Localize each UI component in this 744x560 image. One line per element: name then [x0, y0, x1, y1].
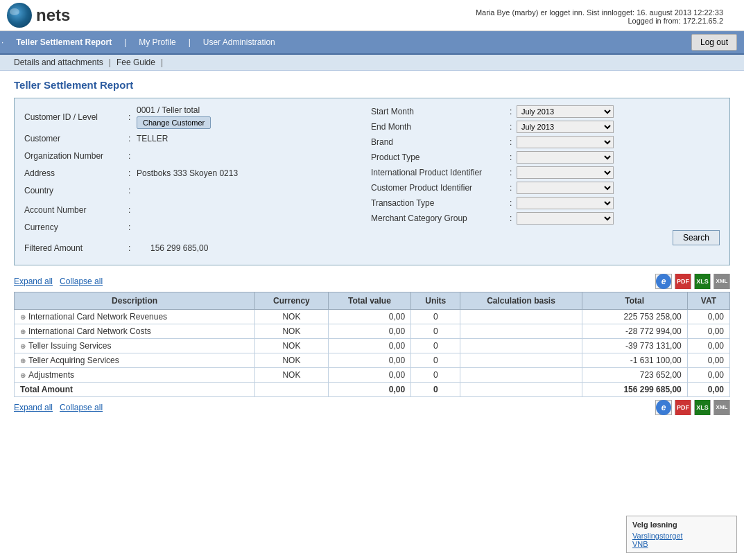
product-type-select[interactable]	[517, 151, 614, 164]
xml-icon-top[interactable]: XML	[713, 274, 730, 289]
xls-icon-top[interactable]: XLS	[694, 274, 711, 289]
customer-product-id-control[interactable]	[517, 182, 720, 194]
brand-select[interactable]	[517, 136, 614, 148]
expand-row-icon[interactable]: ⊕	[20, 328, 26, 335]
table-cell: 0	[411, 353, 460, 368]
ie-icon-top[interactable]: e	[655, 274, 672, 289]
country-row: Country :	[24, 183, 357, 198]
form-right: Start Month : July 2013 August 2013 End …	[371, 105, 720, 258]
intl-product-id-select[interactable]	[517, 166, 614, 179]
intl-product-id-label: International Product Identifier	[371, 168, 510, 177]
xml-icon-bottom[interactable]: XML	[713, 400, 730, 415]
brand-label: Brand	[371, 137, 510, 147]
icon-tools-top: e PDF XLS XML	[655, 274, 730, 289]
logo-bar: nets Maria Bye (marby) er logget inn. Si…	[0, 0, 744, 31]
cell-description: ⊕Teller Issuing Services	[15, 339, 255, 353]
table-cell: 0	[411, 310, 460, 324]
expand-row-icon[interactable]: ⊕	[20, 357, 26, 365]
expand-row-icon[interactable]: ⊕	[20, 371, 26, 379]
cell-description: ⊕Teller Acquiring Services	[15, 353, 255, 368]
table-cell: NOK	[255, 310, 329, 324]
intl-product-id-control[interactable]	[517, 166, 720, 179]
table-cell	[460, 310, 582, 324]
currency-left-label: Currency	[24, 222, 128, 232]
org-number-label: Organization Number	[24, 151, 128, 161]
org-number-row: Organization Number :	[24, 148, 357, 164]
pdf-icon-bottom[interactable]: PDF	[675, 400, 691, 415]
filtered-amount-value: 156 299 685,00	[137, 243, 357, 253]
nav-item-user-admin[interactable]: User Administration	[192, 32, 286, 53]
customer-id-value: 0001 / Teller total Change Customer	[137, 105, 357, 129]
transaction-type-row: Transaction Type :	[371, 197, 720, 209]
merchant-category-label: Merchant Category Group	[371, 213, 510, 223]
merchant-category-control[interactable]	[517, 212, 720, 225]
customer-product-id-row: Customer Product Identifier :	[371, 182, 720, 194]
search-row: Search	[371, 227, 720, 245]
expand-row-icon[interactable]: ⊕	[20, 313, 26, 321]
start-month-control[interactable]: July 2013 August 2013	[517, 105, 720, 118]
table-cell: 0,00	[687, 310, 729, 324]
data-table: Description Currency Total value Units C…	[14, 292, 730, 397]
customer-row: Customer : TELLER	[24, 131, 357, 146]
logo-globe-icon	[7, 3, 32, 28]
expand-all-link-bottom[interactable]: Expand all	[14, 403, 53, 412]
search-button[interactable]: Search	[673, 230, 720, 245]
product-type-row: Product Type :	[371, 151, 720, 164]
cell-description: ⊕International Card Network Costs	[15, 324, 255, 339]
expand-all-link[interactable]: Expand all	[14, 277, 53, 286]
start-month-select[interactable]: July 2013 August 2013	[517, 105, 614, 118]
table-cell: NOK	[255, 339, 329, 353]
table-cell: 0,00	[687, 339, 729, 353]
filtered-amount-row: Filtered Amount : 156 299 685,00	[24, 240, 357, 256]
xls-icon-bottom[interactable]: XLS	[694, 400, 711, 415]
main-content: Customer ID / Level : 0001 / Teller tota…	[0, 95, 744, 425]
table-cell: NOK	[255, 353, 329, 368]
nav-sep-1: |	[123, 32, 128, 53]
end-month-row: End Month : July 2013 August 2013	[371, 121, 720, 133]
nav-dot: ·	[0, 32, 5, 53]
table-cell: 0	[411, 324, 460, 339]
customer-product-id-select[interactable]	[517, 182, 614, 194]
customer-label: Customer	[24, 134, 128, 143]
nav-item-my-profile[interactable]: My Profile	[128, 32, 187, 53]
subnav-details[interactable]: Details and attachments	[14, 58, 103, 67]
table-cell: 0,00	[687, 383, 729, 397]
address-label: Address	[24, 168, 128, 178]
transaction-type-select[interactable]	[517, 197, 614, 209]
brand-control[interactable]	[517, 136, 720, 148]
ie-icon-bottom[interactable]: e	[655, 400, 672, 415]
pdf-icon-top[interactable]: PDF	[675, 274, 691, 289]
col-header-description: Description	[15, 292, 255, 310]
subnav-sep-1: |	[109, 58, 111, 67]
merchant-category-select[interactable]	[517, 212, 614, 225]
nav-item-teller-settlement[interactable]: Teller Settlement Report	[5, 32, 123, 53]
table-cell: 0,00	[328, 353, 410, 368]
end-month-control[interactable]: July 2013 August 2013	[517, 121, 720, 133]
subnav-sep-2: |	[161, 58, 163, 67]
customer-product-id-label: Customer Product Identifier	[371, 183, 510, 193]
table-cell: 0,00	[328, 324, 410, 339]
collapse-all-link[interactable]: Collapse all	[60, 277, 103, 286]
user-info-text: Maria Bye (marby) er logget inn. Sist in…	[476, 8, 723, 25]
table-cell: 723 652,00	[582, 368, 687, 383]
nav-sep-2: |	[187, 32, 192, 53]
transaction-type-label: Transaction Type	[371, 198, 510, 208]
transaction-type-control[interactable]	[517, 197, 720, 209]
expand-row-bottom: Expand all Collapse all e PDF XLS XML	[14, 397, 730, 418]
end-month-select[interactable]: July 2013 August 2013	[517, 121, 614, 133]
col-header-total-value: Total value	[328, 292, 410, 310]
logout-button[interactable]: Log out	[691, 34, 737, 51]
account-number-row: Account Number :	[24, 202, 357, 218]
table-cell	[255, 383, 329, 397]
col-header-vat: VAT	[687, 292, 729, 310]
collapse-all-link-bottom[interactable]: Collapse all	[60, 403, 103, 412]
product-type-control[interactable]	[517, 151, 720, 164]
table-cell: -1 631 100,00	[582, 353, 687, 368]
form-left: Customer ID / Level : 0001 / Teller tota…	[24, 105, 357, 258]
subnav-fee-guide[interactable]: Fee Guide	[116, 58, 155, 67]
table-cell: 0,00	[328, 310, 410, 324]
change-customer-button[interactable]: Change Customer	[137, 116, 211, 129]
table-cell: 0,00	[328, 368, 410, 383]
expand-row-icon[interactable]: ⊕	[20, 342, 26, 350]
start-month-label: Start Month	[371, 107, 510, 116]
